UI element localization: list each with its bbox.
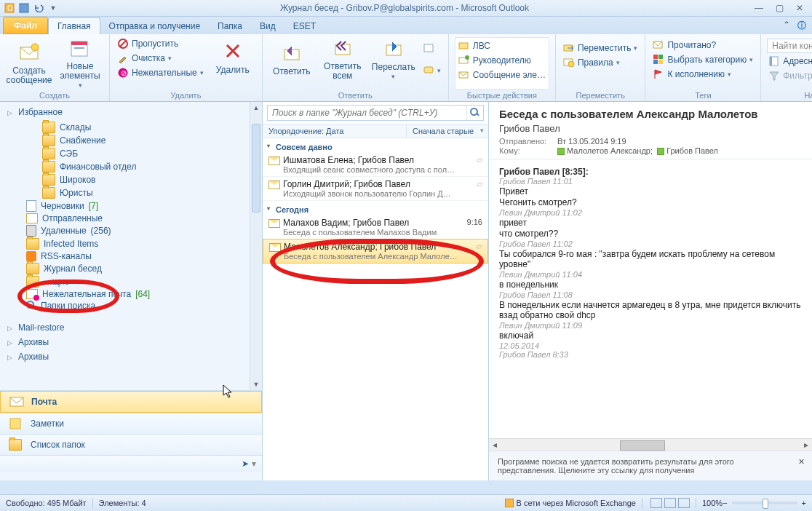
arrange-bar[interactable]: Упорядочение: Дата Сначала старые (263, 124, 488, 138)
chat-line: Ты собирался 9-го мая : "завтра будем ис… (499, 249, 802, 269)
new-items-button[interactable]: Новые элементы (57, 37, 103, 90)
quickstep-3[interactable]: Сообщение эле… (457, 68, 547, 82)
zoom-in-icon[interactable]: + (802, 499, 806, 507)
message-item[interactable]: Ишматова Елена; Грибов ПавелВходящий сеа… (263, 153, 488, 177)
group-respond-label: Ответить (268, 90, 442, 100)
reply-all-button[interactable]: Ответить всем (319, 37, 366, 81)
msg-group-header[interactable]: Совсем давно (263, 138, 488, 153)
section-archive2[interactable]: Архивы (0, 349, 262, 364)
folder-rss-каналы[interactable]: RSS-каналы (0, 250, 262, 262)
folder-склады[interactable]: Склады (0, 121, 262, 134)
message-item[interactable]: Горлин Дмитрий; Грибов ПавелИсходящий зв… (263, 177, 488, 201)
quickstep-1[interactable]: ЛВС (457, 39, 547, 52)
reading-h-scrollbar[interactable]: ◂ ▸ (489, 438, 812, 451)
chat-line: привет (499, 218, 802, 228)
categorize-button[interactable]: Выбрать категорию (651, 53, 755, 66)
folder-черновики[interactable]: Черновики [7] (0, 199, 262, 213)
qat-save-icon[interactable] (17, 1, 31, 15)
infobar-close-icon[interactable]: ✕ (798, 457, 805, 467)
reading-body[interactable]: Грибов Павел [8:35]:Грибов Павел 11:01Пр… (489, 159, 812, 438)
folder-журнал-бесед[interactable]: Журнал бесед (0, 262, 262, 275)
scroll-thumb[interactable] (252, 124, 260, 213)
tab-home[interactable]: Главная (48, 17, 100, 34)
tab-folder[interactable]: Папка (209, 18, 251, 34)
annotation-circle-msg (270, 239, 484, 284)
ignore-button[interactable]: Пропустить (116, 37, 205, 50)
rules-button[interactable]: Правила (562, 56, 640, 69)
search-button[interactable] (466, 106, 483, 120)
hscroll-thumb[interactable] (620, 440, 665, 451)
broom-icon (117, 52, 129, 64)
tab-sendreceive[interactable]: Отправка и получение (100, 18, 209, 34)
tab-eset[interactable]: ESET (284, 18, 325, 34)
view-reading-icon[interactable] (664, 498, 676, 508)
search-info-bar[interactable]: Программе поиска не удается возвратить р… (489, 451, 812, 480)
view-min-icon[interactable] (678, 498, 690, 508)
tab-view[interactable]: Вид (251, 18, 284, 34)
section-mailrestore[interactable]: Mail-restore (0, 320, 262, 335)
module-config-icon[interactable]: ▾ (252, 459, 256, 469)
favorites-header[interactable]: Избранное◂ (0, 105, 262, 119)
module-mail[interactable]: Почта (0, 391, 262, 413)
search-box[interactable] (267, 105, 484, 121)
cleanup-button[interactable]: Очистка (116, 52, 205, 65)
folder-финансовый-отдел[interactable]: Финансовый отдел (0, 160, 262, 173)
help-icon[interactable]: ⓘ (797, 20, 806, 32)
shortcut-icon[interactable]: ➤ (242, 459, 249, 469)
filter-mail-button[interactable]: Фильтр почты (767, 69, 812, 82)
module-shortcuts[interactable]: ➤ ▾ (0, 455, 262, 472)
address-book-button[interactable]: Адресная книга (767, 55, 812, 68)
zoom-out-icon[interactable]: − (723, 499, 727, 507)
folder-infected-items[interactable]: Infected Items (0, 237, 262, 250)
arrange-order[interactable]: Сначала старые (406, 124, 488, 138)
reading-from: Грибов Павел (499, 123, 802, 134)
scroll-down-icon[interactable]: ▼ (250, 379, 262, 390)
qat-dropdown-icon[interactable]: ▼ (47, 1, 60, 15)
hscroll-right-icon[interactable]: ▸ (800, 439, 812, 451)
meeting-button[interactable] (421, 41, 442, 55)
folder-снабжение[interactable]: Снабжение (0, 134, 262, 147)
folder-отправленные[interactable]: Отправленные (0, 213, 262, 224)
reply-button[interactable]: Ответить (268, 37, 315, 81)
nav-scrollbar[interactable]: ▲ ▼ (250, 102, 262, 390)
new-message-button[interactable]: Создать сообщение (6, 37, 52, 90)
scroll-up-icon[interactable]: ▲ (250, 102, 262, 114)
module-notes[interactable]: Заметки (0, 413, 262, 434)
section-archive1[interactable]: Архивы (0, 335, 262, 349)
qat-undo-icon[interactable] (32, 1, 45, 15)
search-input[interactable] (268, 106, 466, 120)
svg-rect-28 (658, 60, 663, 64)
folder-юристы[interactable]: Юристы (0, 186, 262, 199)
move-button[interactable]: Переместить (562, 41, 640, 55)
ribbon-minimize-icon[interactable]: ⌃ (783, 20, 790, 32)
hscroll-left-icon[interactable]: ◂ (489, 439, 501, 451)
view-normal-icon[interactable] (650, 498, 662, 508)
maximize-button[interactable]: ▢ (770, 2, 789, 14)
quickstep-2[interactable]: Руководителю (457, 54, 547, 67)
message-list: Совсем давноИшматова Елена; Грибов Павел… (263, 138, 488, 263)
delete-button[interactable]: Удалить (210, 37, 256, 79)
rss-icon (26, 251, 36, 261)
chat-line: включай (499, 330, 802, 341)
find-contact-input[interactable]: Найти контакт (767, 39, 812, 53)
more-respond-button[interactable] (421, 64, 442, 77)
folder-широков[interactable]: Широков (0, 173, 262, 186)
folder-удаленные[interactable]: Удаленные (256) (0, 224, 262, 237)
group-find: Найти контакт Адресная книга Фильтр почт… (761, 34, 812, 101)
outlook-icon[interactable]: O (3, 1, 16, 15)
forward-button[interactable]: Переслать (370, 37, 417, 81)
group-quick-label: Быстрые действия (455, 90, 549, 100)
chat-meta: Левин Дмитрий 11:04 (499, 270, 802, 279)
folder-сэб[interactable]: СЭБ (0, 147, 262, 160)
module-folderlist[interactable]: Список папок (0, 434, 262, 455)
junk-button[interactable]: ⊘Нежелательные (116, 66, 205, 79)
arrange-by[interactable]: Упорядочение: Дата (263, 124, 406, 138)
message-item[interactable]: Малахов Вадим; Грибов ПавелБеседа с поль… (263, 215, 488, 239)
followup-button[interactable]: К исполнению (651, 68, 755, 81)
zoom-slider[interactable]: − + (723, 499, 806, 507)
close-button[interactable]: ✕ (790, 2, 809, 14)
minimize-button[interactable]: — (749, 2, 768, 14)
read-unread-button[interactable]: Прочитано? (651, 39, 755, 52)
tab-file[interactable]: Файл (3, 17, 48, 34)
msg-group-header[interactable]: Сегодня (263, 201, 488, 215)
